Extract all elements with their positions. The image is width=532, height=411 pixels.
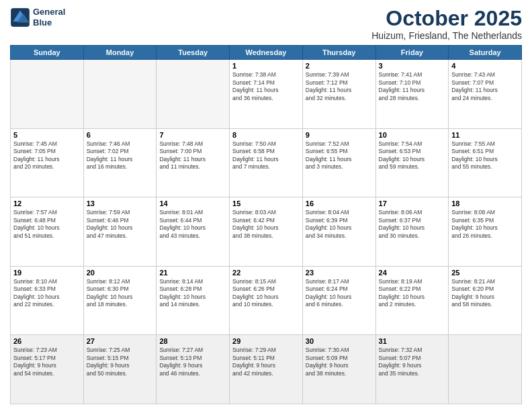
day-cell xyxy=(11,60,84,129)
day-cell xyxy=(83,60,157,129)
page: General Blue October 2025 Huizum, Friesl… xyxy=(0,0,532,411)
day-info: Sunrise: 8:08 AM Sunset: 6:35 PM Dayligh… xyxy=(451,209,519,240)
day-number: 9 xyxy=(306,131,373,139)
day-number: 22 xyxy=(232,269,300,277)
day-number: 29 xyxy=(232,337,300,345)
day-number: 7 xyxy=(159,131,226,139)
day-info: Sunrise: 8:14 AM Sunset: 6:28 PM Dayligh… xyxy=(159,278,226,309)
day-info: Sunrise: 7:50 AM Sunset: 6:58 PM Dayligh… xyxy=(232,140,300,171)
day-number: 19 xyxy=(13,269,81,277)
day-number: 20 xyxy=(87,269,154,277)
day-info: Sunrise: 8:03 AM Sunset: 6:42 PM Dayligh… xyxy=(232,209,300,240)
day-cell: 14Sunrise: 8:01 AM Sunset: 6:44 PM Dayli… xyxy=(157,197,230,267)
day-info: Sunrise: 7:25 AM Sunset: 5:15 PM Dayligh… xyxy=(87,347,154,377)
day-cell: 19Sunrise: 8:10 AM Sunset: 6:33 PM Dayli… xyxy=(11,266,84,335)
location-subtitle: Huizum, Friesland, The Netherlands xyxy=(371,30,522,41)
day-cell: 30Sunrise: 7:30 AM Sunset: 5:09 PM Dayli… xyxy=(302,335,375,404)
day-number: 24 xyxy=(379,269,446,277)
week-row-1: 1Sunrise: 7:38 AM Sunset: 7:14 PM Daylig… xyxy=(11,60,522,129)
col-header-friday: Friday xyxy=(375,46,449,60)
day-cell: 4Sunrise: 7:43 AM Sunset: 7:07 PM Daylig… xyxy=(449,60,522,129)
day-cell xyxy=(449,335,522,404)
day-info: Sunrise: 8:12 AM Sunset: 6:30 PM Dayligh… xyxy=(87,278,154,309)
day-cell: 3Sunrise: 7:41 AM Sunset: 7:10 PM Daylig… xyxy=(375,60,449,129)
day-cell: 18Sunrise: 8:08 AM Sunset: 6:35 PM Dayli… xyxy=(449,197,522,267)
day-cell: 10Sunrise: 7:54 AM Sunset: 6:53 PM Dayli… xyxy=(375,128,449,197)
day-info: Sunrise: 7:45 AM Sunset: 7:05 PM Dayligh… xyxy=(13,140,81,171)
title-block: October 2025 Huizum, Friesland, The Neth… xyxy=(371,7,522,41)
col-header-tuesday: Tuesday xyxy=(157,46,230,60)
day-cell: 23Sunrise: 8:17 AM Sunset: 6:24 PM Dayli… xyxy=(302,266,375,335)
calendar-table: SundayMondayTuesdayWednesdayThursdayFrid… xyxy=(10,45,522,404)
day-info: Sunrise: 7:46 AM Sunset: 7:02 PM Dayligh… xyxy=(87,140,154,171)
logo: General Blue xyxy=(10,7,65,28)
day-info: Sunrise: 7:57 AM Sunset: 6:48 PM Dayligh… xyxy=(13,209,81,240)
day-info: Sunrise: 8:10 AM Sunset: 6:33 PM Dayligh… xyxy=(13,278,81,309)
day-info: Sunrise: 7:43 AM Sunset: 7:07 PM Dayligh… xyxy=(451,71,519,102)
day-cell: 6Sunrise: 7:46 AM Sunset: 7:02 PM Daylig… xyxy=(83,128,157,197)
day-cell: 29Sunrise: 7:29 AM Sunset: 5:11 PM Dayli… xyxy=(230,335,303,404)
day-number: 5 xyxy=(13,131,81,139)
day-info: Sunrise: 8:01 AM Sunset: 6:44 PM Dayligh… xyxy=(159,209,226,240)
day-number: 14 xyxy=(159,199,226,208)
day-cell: 27Sunrise: 7:25 AM Sunset: 5:15 PM Dayli… xyxy=(83,335,157,404)
logo-line2: Blue xyxy=(33,17,65,28)
col-header-thursday: Thursday xyxy=(302,46,375,60)
day-info: Sunrise: 7:39 AM Sunset: 7:12 PM Dayligh… xyxy=(306,71,373,102)
header: General Blue October 2025 Huizum, Friesl… xyxy=(10,7,522,41)
day-number: 16 xyxy=(306,199,373,208)
day-info: Sunrise: 7:23 AM Sunset: 5:17 PM Dayligh… xyxy=(13,347,81,377)
week-row-2: 5Sunrise: 7:45 AM Sunset: 7:05 PM Daylig… xyxy=(11,128,522,197)
day-number: 28 xyxy=(159,337,226,345)
day-cell xyxy=(157,60,230,129)
day-info: Sunrise: 8:19 AM Sunset: 6:22 PM Dayligh… xyxy=(379,278,446,309)
logo-line1: General xyxy=(33,7,65,17)
day-cell: 26Sunrise: 7:23 AM Sunset: 5:17 PM Dayli… xyxy=(11,335,84,404)
day-cell: 28Sunrise: 7:27 AM Sunset: 5:13 PM Dayli… xyxy=(157,335,230,404)
day-cell: 15Sunrise: 8:03 AM Sunset: 6:42 PM Dayli… xyxy=(230,197,303,267)
day-cell: 21Sunrise: 8:14 AM Sunset: 6:28 PM Dayli… xyxy=(157,266,230,335)
day-number: 23 xyxy=(306,269,373,277)
day-info: Sunrise: 7:52 AM Sunset: 6:55 PM Dayligh… xyxy=(306,140,373,171)
day-number: 11 xyxy=(451,131,519,139)
day-cell: 13Sunrise: 7:59 AM Sunset: 6:46 PM Dayli… xyxy=(83,197,157,267)
month-title: October 2025 xyxy=(371,7,522,30)
week-row-4: 19Sunrise: 8:10 AM Sunset: 6:33 PM Dayli… xyxy=(11,266,522,335)
week-row-5: 26Sunrise: 7:23 AM Sunset: 5:17 PM Dayli… xyxy=(11,335,522,404)
day-cell: 20Sunrise: 8:12 AM Sunset: 6:30 PM Dayli… xyxy=(83,266,157,335)
day-info: Sunrise: 7:38 AM Sunset: 7:14 PM Dayligh… xyxy=(232,71,300,102)
day-info: Sunrise: 8:15 AM Sunset: 6:26 PM Dayligh… xyxy=(232,278,300,309)
day-info: Sunrise: 7:59 AM Sunset: 6:46 PM Dayligh… xyxy=(87,209,154,240)
day-info: Sunrise: 7:55 AM Sunset: 6:51 PM Dayligh… xyxy=(451,140,519,171)
day-cell: 8Sunrise: 7:50 AM Sunset: 6:58 PM Daylig… xyxy=(230,128,303,197)
day-number: 17 xyxy=(379,199,446,208)
col-header-saturday: Saturday xyxy=(449,46,522,60)
day-number: 13 xyxy=(87,199,154,208)
day-info: Sunrise: 7:41 AM Sunset: 7:10 PM Dayligh… xyxy=(379,71,446,102)
day-cell: 22Sunrise: 8:15 AM Sunset: 6:26 PM Dayli… xyxy=(230,266,303,335)
day-number: 12 xyxy=(13,199,81,208)
day-cell: 5Sunrise: 7:45 AM Sunset: 7:05 PM Daylig… xyxy=(11,128,84,197)
logo-text: General Blue xyxy=(33,7,65,28)
day-number: 18 xyxy=(451,199,519,208)
header-row: SundayMondayTuesdayWednesdayThursdayFrid… xyxy=(11,46,522,60)
day-info: Sunrise: 7:30 AM Sunset: 5:09 PM Dayligh… xyxy=(306,347,373,377)
day-info: Sunrise: 8:04 AM Sunset: 6:39 PM Dayligh… xyxy=(306,209,373,240)
day-number: 3 xyxy=(379,62,446,70)
day-number: 25 xyxy=(451,269,519,277)
day-number: 4 xyxy=(451,62,519,70)
day-number: 21 xyxy=(159,269,226,277)
day-cell: 2Sunrise: 7:39 AM Sunset: 7:12 PM Daylig… xyxy=(302,60,375,129)
day-number: 10 xyxy=(379,131,446,139)
day-info: Sunrise: 8:17 AM Sunset: 6:24 PM Dayligh… xyxy=(306,278,373,309)
day-cell: 1Sunrise: 7:38 AM Sunset: 7:14 PM Daylig… xyxy=(230,60,303,129)
day-info: Sunrise: 7:27 AM Sunset: 5:13 PM Dayligh… xyxy=(159,347,226,377)
day-number: 27 xyxy=(87,337,154,345)
day-cell: 7Sunrise: 7:48 AM Sunset: 7:00 PM Daylig… xyxy=(157,128,230,197)
day-cell: 16Sunrise: 8:04 AM Sunset: 6:39 PM Dayli… xyxy=(302,197,375,267)
day-cell: 9Sunrise: 7:52 AM Sunset: 6:55 PM Daylig… xyxy=(302,128,375,197)
day-number: 30 xyxy=(306,337,373,345)
day-info: Sunrise: 8:21 AM Sunset: 6:20 PM Dayligh… xyxy=(451,278,519,309)
day-number: 1 xyxy=(232,62,300,70)
day-info: Sunrise: 7:48 AM Sunset: 7:00 PM Dayligh… xyxy=(159,140,226,171)
